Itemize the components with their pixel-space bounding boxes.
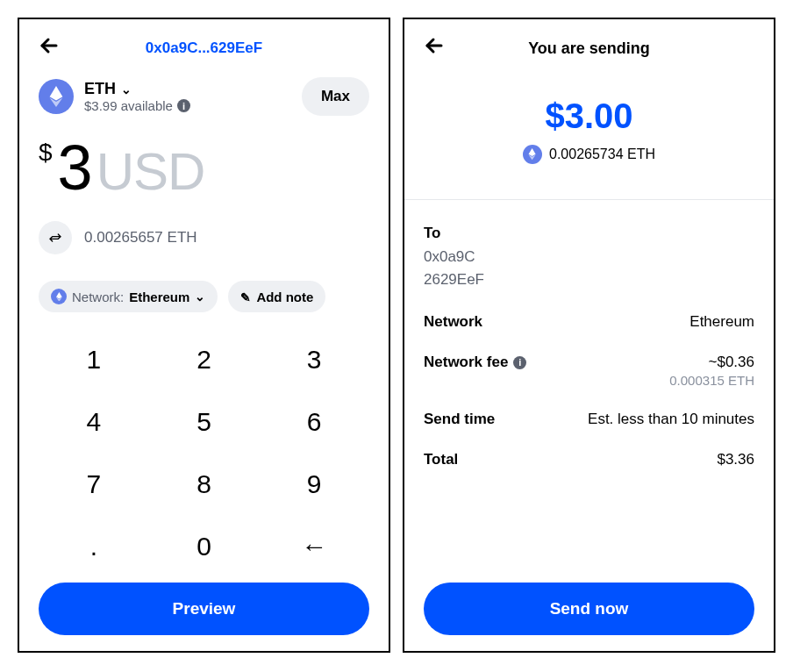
detail-total: Total $3.36 — [424, 451, 754, 468]
summary-sub-amount: 0.00265734 ETH — [424, 145, 754, 164]
key-6[interactable]: 6 — [259, 390, 369, 453]
add-note-chip[interactable]: Add note — [228, 281, 325, 312]
amount-display: $ 3 USD — [39, 132, 369, 204]
key-0[interactable]: 0 — [149, 515, 260, 577]
converted-amount: 0.00265657 ETH — [84, 229, 197, 247]
network-chip-value: Ethereum — [129, 290, 189, 304]
available-balance: $3.99 available — [84, 98, 173, 113]
send-time-value: Est. less than 10 minutes — [588, 411, 754, 428]
topbar: 0x0a9C...629EeF — [39, 35, 369, 61]
detail-to: To 0x0a9C 2629EeF — [424, 225, 754, 290]
key-5[interactable]: 5 — [149, 390, 260, 453]
recipient-address-short[interactable]: 0x0a9C...629EeF — [65, 39, 343, 57]
fee-label: Network fee — [424, 354, 508, 371]
send-confirmation-screen: You are sending $3.00 0.00265734 ETH To … — [403, 18, 775, 653]
to-line1: 0x0a9C — [424, 246, 754, 268]
chips-row: Network: Ethereum ⌄ Add note — [39, 281, 369, 312]
divider — [404, 199, 774, 200]
key-backspace[interactable]: ← — [259, 515, 369, 577]
send-time-label: Send time — [424, 411, 495, 428]
eth-icon-small — [51, 289, 67, 304]
summary-sub-value: 0.00265734 ETH — [549, 147, 655, 162]
chevron-down-icon: ⌄ — [121, 82, 132, 97]
detail-network: Network Ethereum — [424, 313, 754, 331]
eth-icon-small — [523, 145, 542, 164]
total-label: Total — [424, 451, 458, 468]
summary-amount: $3.00 — [424, 97, 754, 136]
send-now-button[interactable]: Send now — [424, 583, 754, 635]
add-note-label: Add note — [256, 290, 313, 304]
network-chip-label: Network: — [72, 290, 124, 304]
asset-info[interactable]: ETH ⌄ $3.99 available i — [84, 80, 291, 113]
key-1[interactable]: 1 — [39, 328, 149, 390]
asset-selector-row: ETH ⌄ $3.99 available i Max — [39, 77, 369, 116]
fee-sub: 0.000315 ETH — [669, 373, 754, 388]
currency-symbol: $ — [39, 139, 53, 167]
page-title: You are sending — [450, 39, 728, 58]
asset-symbol: ETH — [84, 80, 116, 98]
network-label: Network — [424, 313, 482, 331]
key-9[interactable]: 9 — [259, 453, 369, 515]
key-dot[interactable]: . — [39, 515, 149, 577]
info-icon[interactable]: i — [177, 99, 190, 112]
key-7[interactable]: 7 — [39, 453, 149, 515]
detail-fee: Network fee i ~$0.36 0.000315 ETH — [424, 354, 754, 388]
total-value: $3.36 — [717, 451, 754, 468]
chevron-down-icon: ⌄ — [195, 290, 205, 304]
amount-value: 3 — [58, 132, 91, 204]
to-label: To — [424, 225, 754, 242]
spacer — [424, 491, 754, 577]
pencil-icon — [240, 290, 251, 304]
key-8[interactable]: 8 — [149, 453, 260, 515]
to-line2: 2629EeF — [424, 268, 754, 291]
numeric-keypad: 1 2 3 4 5 6 7 8 9 . 0 ← — [39, 328, 369, 577]
back-button[interactable] — [424, 35, 450, 62]
key-3[interactable]: 3 — [259, 328, 369, 390]
fee-value: ~$0.36 — [669, 354, 754, 371]
swap-currency-button[interactable] — [39, 221, 72, 254]
detail-send-time: Send time Est. less than 10 minutes — [424, 411, 754, 428]
key-2[interactable]: 2 — [149, 328, 260, 390]
key-4[interactable]: 4 — [39, 390, 149, 453]
info-icon[interactable]: i — [513, 356, 526, 369]
network-chip[interactable]: Network: Ethereum ⌄ — [39, 281, 218, 312]
preview-button[interactable]: Preview — [39, 583, 369, 635]
topbar: You are sending — [424, 35, 754, 61]
back-button[interactable] — [39, 35, 65, 62]
network-value: Ethereum — [689, 313, 754, 331]
max-button[interactable]: Max — [302, 77, 369, 116]
amount-currency: USD — [96, 141, 205, 202]
converted-amount-row: 0.00265657 ETH — [39, 221, 369, 254]
send-entry-screen: 0x0a9C...629EeF ETH ⌄ $3.99 available i … — [18, 18, 390, 653]
eth-icon — [39, 79, 74, 114]
